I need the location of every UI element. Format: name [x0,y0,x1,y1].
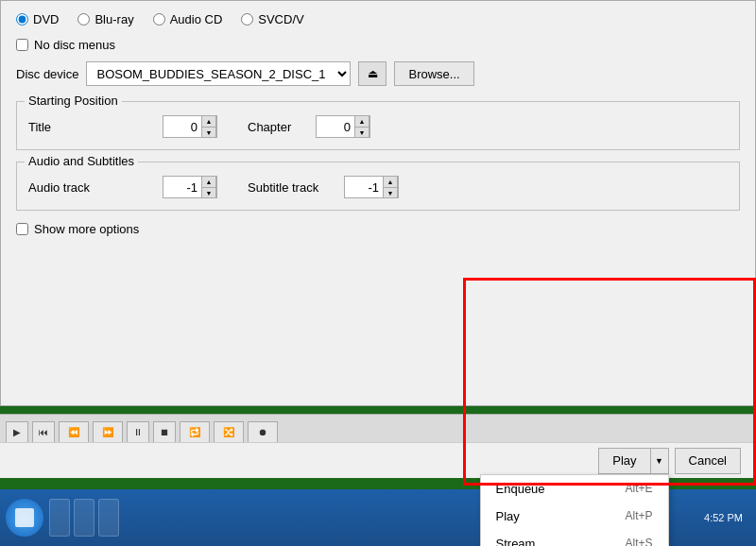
bluray-label: Blu-ray [94,12,133,26]
chapter-spinner[interactable]: ▲ ▼ [316,115,370,138]
title-input[interactable] [163,116,201,137]
disc-device-label: Disc device [16,67,78,81]
svcd-option[interactable]: SVCD/V [241,12,303,26]
start-button[interactable] [6,499,43,537]
no-disc-menus-checkbox[interactable] [16,39,28,51]
enqueue-shortcut: Alt+E [626,482,653,495]
fwd-ctrl-button[interactable]: ⏩ [93,421,123,444]
taskbar-tray: 4:52 PM [696,512,750,523]
cancel-button[interactable]: Cancel [675,448,741,474]
play-menu-label: Play [496,509,520,523]
eject-icon: ⏏ [368,67,378,80]
bluray-option[interactable]: Blu-ray [77,12,133,26]
open-disc-dialog: DVD Blu-ray Audio CD SVCD/V No disc menu… [0,0,756,406]
taskbar-item-1[interactable] [49,499,70,537]
chapter-spin-down[interactable]: ▼ [354,127,369,138]
starting-position-group: Starting Position Title ▲ ▼ Chapter ▲ ▼ [16,101,740,150]
play-button[interactable]: Play [598,448,649,474]
play-ctrl-button[interactable]: ▶ [6,421,28,444]
start-icon [15,508,34,527]
stream-shortcut: Alt+S [626,537,653,546]
audio-track-spinner-buttons: ▲ ▼ [201,176,216,198]
svcd-radio[interactable] [241,13,253,26]
play-menu-item[interactable]: Play Alt+P [481,503,668,530]
shuffle-ctrl-button[interactable]: 🔀 [214,421,244,444]
disc-type-row: DVD Blu-ray Audio CD SVCD/V [16,12,740,26]
subtitle-track-spinner-buttons: ▲ ▼ [383,176,398,198]
title-spin-down[interactable]: ▼ [201,127,216,138]
show-more-options-label: Show more options [34,222,139,236]
enqueue-menu-item[interactable]: Enqueue Alt+E [481,475,668,503]
title-label: Title [28,120,151,134]
subtitle-track-spinner[interactable]: ▲ ▼ [344,176,399,198]
subtitle-track-input[interactable] [345,177,383,197]
dvd-radio[interactable] [16,13,28,26]
chapter-spin-up[interactable]: ▲ [354,115,369,127]
stream-label: Stream [496,537,536,547]
subtitle-track-spin-down[interactable]: ▼ [383,187,398,198]
subtitle-track-spin-up[interactable]: ▲ [383,176,398,187]
play-shortcut: Alt+P [626,509,653,522]
title-spin-up[interactable]: ▲ [201,115,216,127]
browse-button[interactable]: Browse... [394,61,473,86]
play-dropdown-menu: Enqueue Alt+E Play Alt+P Stream Alt+S Co… [480,474,669,547]
chevron-down-icon: ▼ [655,456,663,466]
audio-track-spin-down[interactable]: ▼ [201,187,216,198]
chapter-spinner-buttons: ▲ ▼ [354,115,369,138]
taskbar-item-2[interactable] [74,499,94,537]
audio-subtitles-group: Audio and Subtitles Audio track ▲ ▼ Subt… [16,162,740,211]
audiocd-radio[interactable] [153,13,165,26]
pause-ctrl-button[interactable]: ⏸ [127,421,149,444]
audiocd-label: Audio CD [170,12,223,26]
show-more-options-checkbox[interactable] [16,223,28,235]
loop-ctrl-button[interactable]: 🔁 [180,421,210,444]
eject-button[interactable]: ⏏ [358,61,387,86]
audio-track-spinner[interactable]: ▲ ▼ [163,176,217,198]
stop-ctrl-button[interactable]: ⏹ [153,421,176,444]
audio-track-label: Audio track [28,180,151,195]
enqueue-label: Enqueue [496,482,545,496]
audio-subtitle-row: Audio track ▲ ▼ Subtitle track ▲ ▼ [28,176,728,198]
chapter-label: Chapter [248,120,304,134]
no-disc-menus-label: No disc menus [34,38,115,52]
dvd-label: DVD [33,12,59,26]
title-chapter-row: Title ▲ ▼ Chapter ▲ ▼ [28,115,728,138]
no-disc-menus-row: No disc menus [16,38,740,52]
disc-device-row: Disc device BOSOM_BUDDIES_SEASON_2_DISC_… [16,61,740,86]
prev-ctrl-button[interactable]: ⏮ [32,421,55,444]
title-spinner-buttons: ▲ ▼ [201,115,216,138]
audio-track-spin-up[interactable]: ▲ [201,176,216,187]
bluray-radio[interactable] [77,13,90,26]
svcd-label: SVCD/V [258,12,303,26]
starting-position-title: Starting Position [25,94,122,108]
audio-subtitles-title: Audio and Subtitles [25,154,138,168]
play-button-group: Play ▼ Enqueue Alt+E Play Alt+P Stream A… [598,448,668,474]
play-dropdown-button[interactable]: ▼ [650,448,669,474]
taskbar-time: 4:52 PM [704,512,743,523]
disc-device-select[interactable]: BOSOM_BUDDIES_SEASON_2_DISC_1 [86,61,351,86]
action-bar: Play ▼ Enqueue Alt+E Play Alt+P Stream A… [0,442,756,478]
taskbar-item-3[interactable] [98,499,119,537]
audiocd-option[interactable]: Audio CD [153,12,223,26]
chapter-input[interactable] [317,116,354,137]
show-more-options-row: Show more options [16,222,740,236]
subtitle-track-label: Subtitle track [248,180,333,195]
back-ctrl-button[interactable]: ⏪ [59,421,89,444]
title-spinner[interactable]: ▲ ▼ [163,115,217,138]
audio-track-input[interactable] [163,177,201,197]
stream-menu-item[interactable]: Stream Alt+S [481,530,668,547]
record-ctrl-button[interactable]: ⏺ [248,421,278,444]
dvd-option[interactable]: DVD [16,12,59,26]
